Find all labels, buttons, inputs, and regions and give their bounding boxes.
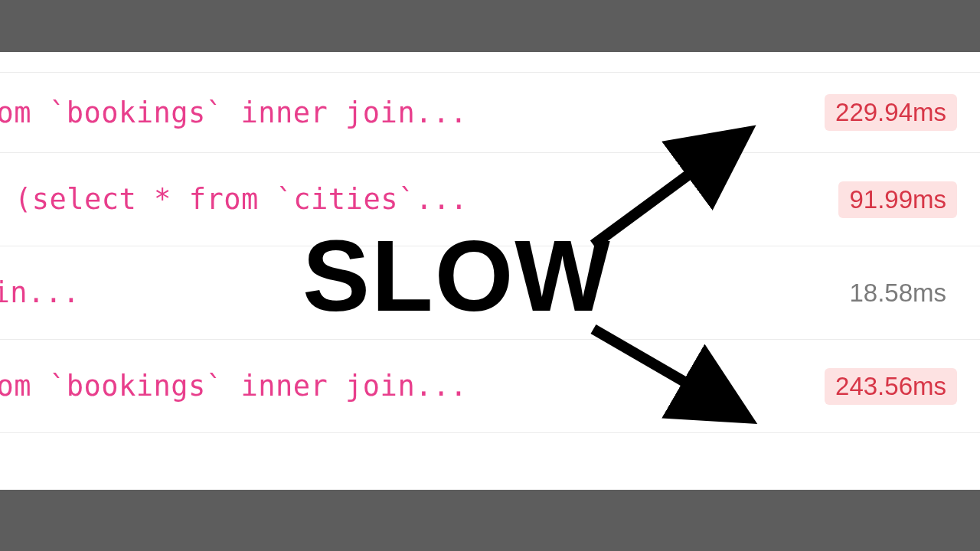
slow-annotation-label: SLOW xyxy=(302,218,612,334)
timing-badge-slow: 243.56ms xyxy=(825,368,957,405)
query-text: from `bookings` inner join... xyxy=(0,96,468,129)
query-row[interactable]: from `bookings` inner join... 243.56ms xyxy=(0,340,980,433)
timing-badge-normal: 18.58ms xyxy=(838,275,957,311)
query-text: s` inner join... xyxy=(0,276,80,309)
timing-badge-slow: 91.99ms xyxy=(838,181,957,218)
query-text: from `bookings` inner join... xyxy=(0,370,468,403)
query-text: ists (select * from `cities`... xyxy=(0,183,468,216)
query-row[interactable]: from `bookings` inner join... 229.94ms xyxy=(0,72,980,153)
svg-line-1 xyxy=(593,329,739,413)
svg-line-0 xyxy=(593,138,739,245)
timing-badge-slow: 229.94ms xyxy=(825,94,957,131)
